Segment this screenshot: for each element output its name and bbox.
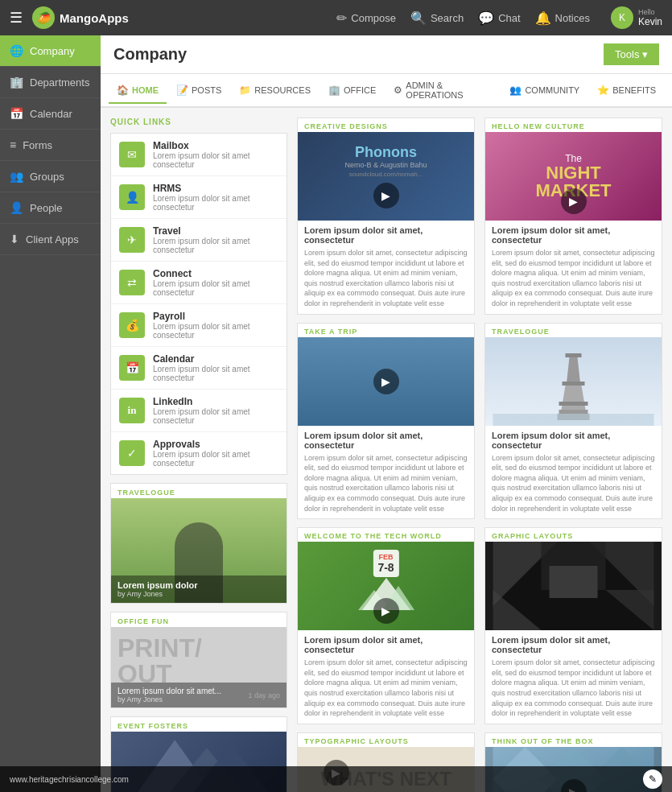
mailbox-name: Mailbox — [153, 140, 278, 151]
office-tab-icon: 🏢 — [328, 85, 340, 96]
travel-name: Travel — [153, 225, 278, 237]
sidebar-item-calendar[interactable]: 📅 Calendar — [0, 98, 101, 130]
sidebar: 🌐 Company 🏢 Departments 📅 Calendar ≡ For… — [0, 35, 101, 792]
quick-link-travel[interactable]: ✈ Travel Lorem ipsum dolor sit amet cons… — [111, 219, 287, 262]
calendar-name: Calendar — [153, 353, 278, 365]
eiffel-svg — [485, 337, 662, 426]
tab-resources[interactable]: 📁 RESOURCES — [231, 78, 319, 104]
linkedin-desc: Lorem ipsum dolor sit amet consectetur — [153, 407, 278, 425]
quick-link-linkedin[interactable]: in LinkedIn Lorem ipsum dolor sit amet c… — [111, 390, 287, 432]
feb-badge: FEB 7-8 — [373, 550, 398, 577]
payroll-name: Payroll — [153, 311, 278, 322]
hamburger-icon[interactable]: ☰ — [10, 9, 23, 27]
tab-resources-label: RESOURCES — [254, 85, 311, 95]
travelogue-label: TRAVELOGUE — [111, 484, 287, 498]
tech-world-label: WELCOME TO THE TECH WORLD — [298, 528, 474, 542]
right-column: HELLO NEW CULTURE The NIGHTMARKET ▶ Lore… — [484, 118, 662, 792]
search-nav-item[interactable]: 🔍 Search — [410, 10, 464, 26]
sidebar-item-forms[interactable]: ≡ Forms — [0, 130, 101, 161]
sidebar-item-clientapps[interactable]: ⬇ Client Apps — [0, 224, 101, 255]
tech-world-body: Lorem ipsum dolor sit amet, consectetur … — [298, 630, 474, 724]
quick-links-list: ✉ Mailbox Lorem ipsum dolor sit amet con… — [110, 133, 287, 475]
svg-rect-21 — [550, 566, 598, 598]
tools-button[interactable]: Tools ▾ — [604, 43, 659, 65]
tab-office-label: OFFICE — [344, 85, 376, 95]
tech-world-title: Lorem ipsum dolor sit amet, consectetur — [304, 635, 468, 654]
notices-nav-item[interactable]: 🔔 Notices — [535, 10, 590, 26]
feb-month: FEB — [377, 553, 394, 561]
tab-home-label: HOME — [132, 85, 159, 95]
creative-designs-desc: Lorem ipsum dolor sit amet, consectetur … — [304, 248, 468, 309]
phonons-url: soundcloud.com/nomah... — [349, 171, 423, 178]
left-card-travelogue: TRAVELOGUE Lorem ipsum dolor by Amy Jone… — [110, 483, 287, 604]
creative-designs-image: Phonons Nemo-B & Augustin Bahu soundclou… — [298, 132, 474, 221]
tab-home[interactable]: 🏠 HOME — [109, 78, 167, 104]
sidebar-item-company[interactable]: 🌐 Company — [0, 35, 101, 67]
take-trip-play-button[interactable]: ▶ — [373, 369, 399, 394]
graphic-layouts-image — [485, 542, 662, 630]
edit-button[interactable]: ✎ — [643, 769, 662, 789]
sidebar-item-departments[interactable]: 🏢 Departments — [0, 67, 101, 98]
take-trip-title: Lorem ipsum dolor sit amet, consectetur — [304, 431, 468, 450]
culture-play-button[interactable]: ▶ — [561, 188, 587, 214]
creative-play-button[interactable]: ▶ — [373, 183, 399, 208]
travel-desc: Lorem ipsum dolor sit amet consectetur — [153, 237, 278, 254]
linkedin-name: LinkedIn — [153, 396, 278, 407]
travelogue-sub: by Amy Jones — [117, 590, 280, 598]
sidebar-label-forms: Forms — [23, 139, 52, 151]
creative-designs-body: Lorem ipsum dolor sit amet, consectetur … — [298, 221, 474, 314]
tab-benefits[interactable]: ⭐ BENEFITS — [589, 78, 664, 104]
travelogue2-body: Lorem ipsum dolor sit amet, consectetur … — [485, 426, 662, 519]
compose-nav-item[interactable]: ✏ Compose — [336, 10, 396, 26]
take-trip-image: ▶ — [298, 337, 474, 426]
card-tech-world: WELCOME TO THE TECH WORLD FEB 7-8 — [297, 527, 475, 724]
feb-days: 7-8 — [377, 561, 394, 574]
app-name: MangoApps — [60, 11, 129, 25]
payroll-icon: 💰 — [119, 312, 145, 338]
quick-link-hrms[interactable]: 👤 HRMS Lorem ipsum dolor sit amet consec… — [111, 176, 287, 219]
tech-world-image: FEB 7-8 ▶ — [298, 542, 474, 630]
tab-admin[interactable]: ⚙ ADMIN & OPERATIONS — [385, 74, 500, 108]
quick-link-calendar[interactable]: 📅 Calendar Lorem ipsum dolor sit amet co… — [111, 347, 287, 390]
tab-office[interactable]: 🏢 OFFICE — [320, 78, 384, 104]
download-icon: ⬇ — [10, 233, 19, 245]
hello-culture-body: Lorem ipsum dolor sit amet, consectetur … — [485, 221, 662, 314]
ql-text-calendar: Calendar Lorem ipsum dolor sit amet cons… — [153, 353, 278, 382]
chat-label: Chat — [498, 12, 520, 24]
page-title: Company — [113, 45, 187, 64]
tab-benefits-label: BENEFITS — [612, 85, 656, 95]
user-name: Kevin — [638, 16, 662, 27]
card-travelogue2: TRAVELOGUE — [484, 323, 662, 520]
admin-tab-icon: ⚙ — [394, 85, 402, 96]
travel-icon: ✈ — [119, 227, 145, 253]
think-outofbox-label: THINK OUT OF THE BOX — [485, 733, 662, 747]
quick-link-payroll[interactable]: 💰 Payroll Lorem ipsum dolor sit amet con… — [111, 304, 287, 347]
tab-community[interactable]: 👥 COMMUNITY — [501, 78, 587, 104]
main-body: QUICK LINKS ✉ Mailbox Lorem ipsum dolor … — [101, 108, 672, 792]
ql-text-connect: Connect Lorem ipsum dolor sit amet conse… — [153, 268, 278, 297]
tab-admin-label: ADMIN & OPERATIONS — [406, 80, 492, 100]
quick-link-connect[interactable]: ⇄ Connect Lorem ipsum dolor sit amet con… — [111, 262, 287, 304]
user-area[interactable]: K Hello Kevin — [611, 6, 662, 29]
travelogue2-desc: Lorem ipsum dolor sit amet, consectetur … — [492, 453, 655, 514]
quick-link-mailbox[interactable]: ✉ Mailbox Lorem ipsum dolor sit amet con… — [111, 134, 287, 176]
sidebar-item-groups[interactable]: 👥 Groups — [0, 161, 101, 192]
chat-nav-item[interactable]: 💬 Chat — [478, 10, 520, 26]
svg-rect-11 — [559, 402, 588, 406]
tab-posts[interactable]: 📝 POSTS — [168, 78, 229, 104]
avatar-initial: K — [619, 12, 625, 23]
ql-text-payroll: Payroll Lorem ipsum dolor sit amet conse… — [153, 311, 278, 340]
officefun-caption: Lorem ipsum dolor sit amet... — [117, 687, 221, 695]
sidebar-item-people[interactable]: 👤 People — [0, 192, 101, 224]
benefits-tab-icon: ⭐ — [597, 85, 609, 96]
take-trip-desc: Lorem ipsum dolor sit amet, consectetur … — [304, 453, 468, 514]
tech-play-button[interactable]: ▶ — [373, 598, 399, 624]
phonons-sub: Nemo-B & Augustin Bahu — [344, 161, 427, 169]
quick-link-approvals[interactable]: ✓ Approvals Lorem ipsum dolor sit amet c… — [111, 432, 287, 474]
approvals-desc: Lorem ipsum dolor sit amet consectetur — [153, 450, 278, 468]
sidebar-label-departments: Departments — [30, 76, 89, 89]
calendar-icon: 📅 — [10, 107, 23, 120]
officefun-label: OFFICE FUN — [111, 613, 287, 627]
creative-designs-label: CREATIVE DESIGNS — [298, 118, 474, 132]
calendar2-icon: 📅 — [119, 355, 145, 381]
